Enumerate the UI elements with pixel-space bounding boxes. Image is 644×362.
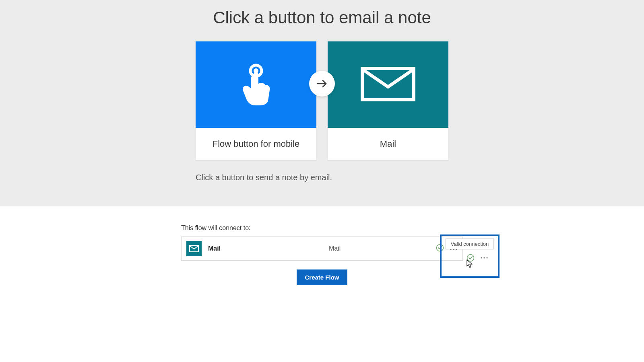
tile-mail-label: Mail — [328, 128, 448, 160]
svg-point-11 — [483, 257, 485, 258]
connection-service-type: Mail — [289, 245, 425, 252]
status-icons-callout — [466, 254, 488, 262]
connect-intro-label: This flow will connect to: — [181, 224, 463, 232]
svg-point-10 — [481, 257, 482, 258]
valid-connection-icon — [436, 244, 444, 253]
page-title: Click a button to email a note — [0, 8, 644, 27]
mail-icon — [360, 66, 416, 104]
create-flow-button[interactable]: Create Flow — [297, 269, 347, 285]
valid-connection-tooltip: Valid connection — [446, 239, 494, 249]
connection-section: This flow will connect to: Mail Mail — [0, 206, 644, 285]
connection-row-mail: Mail Mail Valid conne — [181, 237, 463, 261]
tile-flow-button[interactable]: Flow button for mobile — [196, 41, 316, 160]
connection-service-name: Mail — [208, 245, 289, 252]
svg-point-12 — [486, 257, 487, 258]
svg-point-9 — [467, 255, 474, 261]
flow-tiles-row: Flow button for mobile Mail — [0, 41, 644, 160]
tile-flow-button-label: Flow button for mobile — [196, 128, 316, 160]
touch-icon — [239, 62, 273, 108]
mail-service-icon — [186, 241, 202, 256]
template-header-section: Click a button to email a note Flow butt… — [0, 0, 644, 206]
tile-flow-button-icon-area — [196, 41, 316, 128]
svg-point-5 — [437, 245, 444, 251]
flow-arrow-icon — [309, 71, 335, 97]
tile-mail-icon-area — [328, 41, 448, 128]
template-description: Click a button to send a note by email. — [196, 173, 448, 182]
tile-mail[interactable]: Mail — [328, 41, 448, 160]
